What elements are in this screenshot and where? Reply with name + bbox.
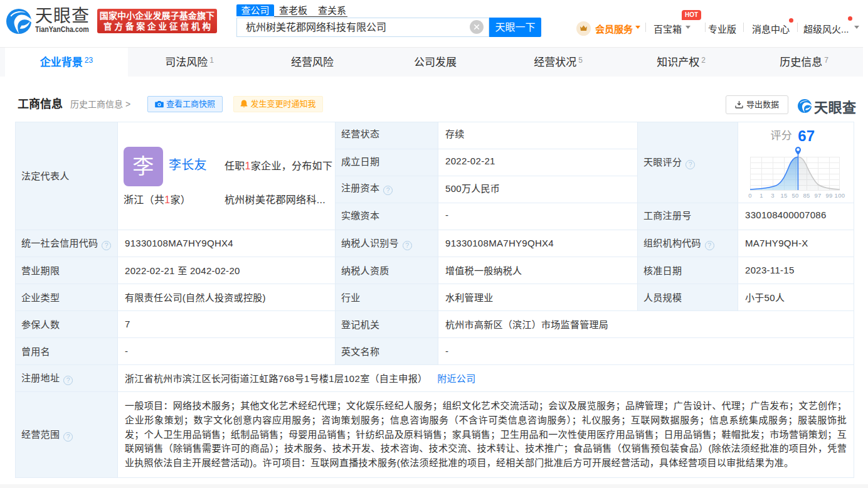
svg-text:15: 15: [780, 192, 787, 199]
svg-text:3: 3: [771, 192, 775, 199]
svg-text:50: 50: [791, 192, 798, 199]
svg-text:99: 99: [825, 192, 832, 199]
svg-text:100: 100: [835, 192, 845, 199]
svg-text:97: 97: [814, 192, 821, 199]
svg-text:1: 1: [760, 192, 763, 199]
svg-text:85: 85: [803, 192, 810, 199]
svg-text:0: 0: [748, 192, 752, 199]
